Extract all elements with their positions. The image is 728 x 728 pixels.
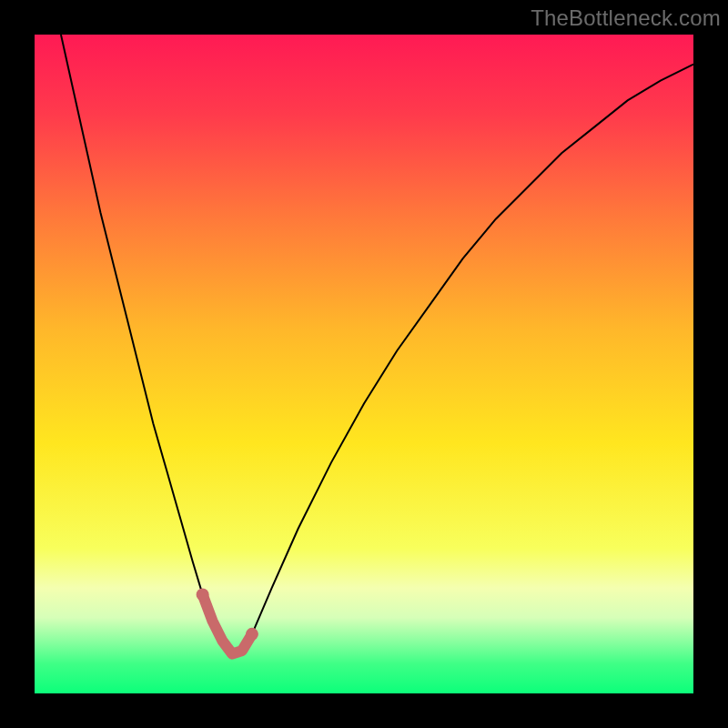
- watermark-text: TheBottleneck.com: [531, 5, 721, 31]
- plot-area: [35, 35, 693, 693]
- optimal-region-marker-endpoint: [246, 628, 258, 641]
- optimal-region-marker-endpoint: [197, 588, 209, 601]
- chart-frame: TheBottleneck.com: [0, 0, 728, 728]
- chart-svg: [35, 35, 693, 693]
- gradient-background: [35, 35, 693, 693]
